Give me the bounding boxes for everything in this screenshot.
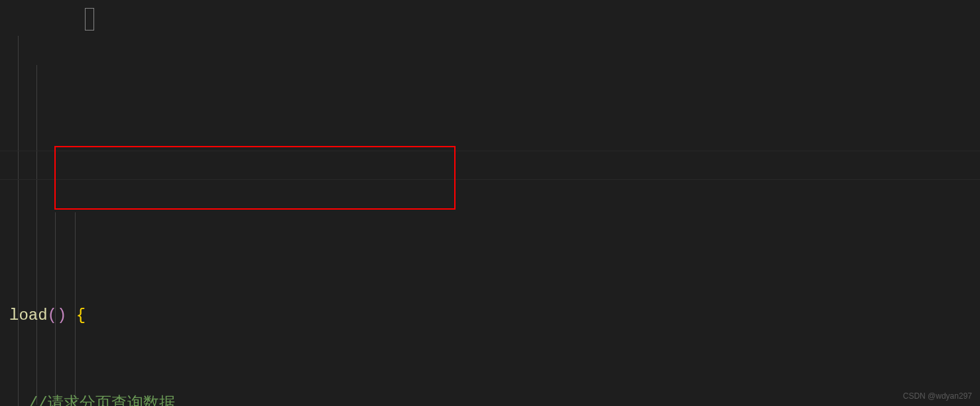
function-name: load: [9, 306, 48, 324]
comment: //请求分页查询数据: [29, 395, 175, 406]
indent-guide: [18, 36, 19, 406]
code-line[interactable]: //请求分页查询数据: [9, 389, 980, 406]
highlight-box: [54, 146, 456, 210]
current-line-highlight: [0, 151, 980, 180]
parentheses: (): [48, 306, 67, 324]
indent-guide: [36, 65, 37, 405]
cursor-outline: [85, 8, 94, 31]
code-line[interactable]: load() {: [9, 301, 980, 330]
watermark: CSDN @wdyan297: [903, 391, 972, 401]
brace: {: [66, 306, 86, 324]
code-editor[interactable]: load() { //请求分页查询数据 //fetch("http://loca…: [0, 0, 980, 406]
